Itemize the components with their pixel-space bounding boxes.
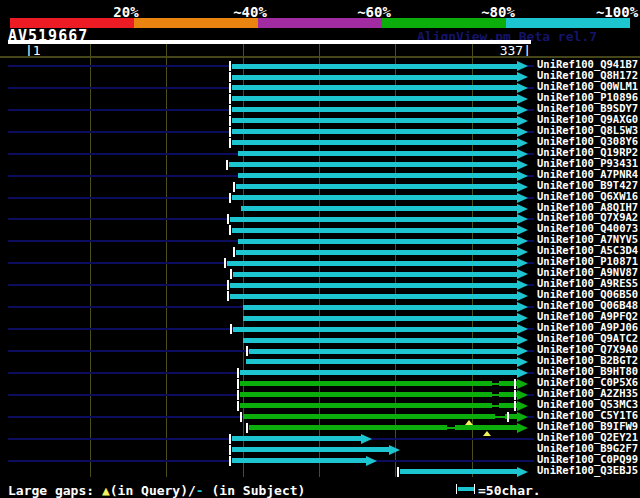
hit-alignment-bar: [240, 381, 492, 386]
hit-arrowhead-icon: [517, 138, 528, 148]
identity-scale-segment: [258, 18, 382, 28]
hit-arrowhead-icon: [517, 258, 528, 268]
hit-arrowhead-icon: [517, 193, 528, 203]
identity-scale-segment: [506, 18, 630, 28]
query-gap-triangle-icon: [465, 420, 473, 425]
alignment-start-tick: [229, 116, 231, 126]
hit-label[interactable]: UniRef100_A7PNR4: [537, 169, 638, 180]
hit-alignment-bar: [230, 294, 517, 299]
hit-arrowhead-icon: [366, 456, 377, 466]
hit-alignment-bar: [238, 239, 517, 244]
hit-arrowhead-icon: [517, 204, 528, 214]
alignment-start-tick: [237, 368, 239, 378]
subject-gap-thin-line: [447, 427, 455, 429]
hit-arrowhead-icon: [517, 171, 528, 181]
alignment-start-tick: [229, 61, 231, 71]
hit-arrowhead-icon: [517, 214, 528, 224]
hit-arrowhead-icon: [517, 467, 528, 477]
hit-arrowhead-icon: [517, 225, 528, 235]
hit-arrowhead-icon: [517, 423, 528, 433]
hit-alignment-bar: [230, 283, 517, 288]
alignment-start-tick: [246, 423, 248, 433]
alignment-start-tick: [227, 214, 229, 224]
hit-arrowhead-icon: [517, 291, 528, 301]
alignment-end-tick: [514, 401, 516, 411]
hit-label[interactable]: UniRef100_Q3EBJ5: [537, 465, 638, 476]
alignment-start-tick: [229, 105, 231, 115]
hit-alignment-bar: [246, 359, 518, 364]
subject-gap-thin-line: [495, 416, 506, 418]
hit-alignment-bar: [232, 436, 362, 441]
hit-alignment-bar: [233, 327, 517, 332]
alignview-screen: 20%~40%~60%~80%~100% AV519667 AlignView.…: [0, 0, 640, 498]
hit-alignment-bar: [249, 425, 448, 430]
hit-label[interactable]: UniRef100_Q6XW16: [537, 191, 638, 202]
alignment-start-tick: [246, 346, 248, 356]
hit-alignment-bar: [243, 338, 518, 343]
hit-alignment-bar: [233, 272, 517, 277]
hit-arrowhead-icon: [517, 247, 528, 257]
hit-arrowhead-icon: [517, 313, 528, 323]
query-gap-triangle-icon: [483, 431, 491, 436]
hit-label[interactable]: UniRef100_Q2EY21: [537, 432, 638, 443]
hit-arrowhead-icon: [517, 379, 528, 389]
subject-gap-thin-line: [492, 383, 500, 385]
hit-alignment-bar: [236, 250, 517, 255]
hit-alignment-bar: [232, 447, 389, 452]
alignment-start-tick: [226, 160, 228, 170]
identity-scale-segment: [134, 18, 258, 28]
hit-alignment-bar: [232, 458, 366, 463]
hit-alignment-bar: [232, 64, 517, 69]
hit-alignment-bar: [232, 96, 517, 101]
hit-alignment-bar: [455, 425, 517, 430]
alignment-start-tick: [240, 412, 242, 422]
hit-alignment-bar: [400, 469, 517, 474]
hit-alignment-bar: [240, 392, 492, 397]
large-gaps-legend: Large gaps: ▲(in Query)/- (in Subject): [8, 483, 305, 498]
alignment-end-tick: [514, 390, 516, 400]
hit-arrowhead-icon: [517, 127, 528, 137]
alignment-start-tick: [224, 258, 226, 268]
alignment-start-tick: [237, 401, 239, 411]
query-gap-triangle-icon: ▲: [102, 483, 110, 498]
hit-alignment-bar: [232, 228, 517, 233]
subject-gap-label: (in Subject): [204, 483, 306, 498]
hit-arrowhead-icon: [389, 445, 400, 455]
hit-arrowhead-icon: [517, 105, 528, 115]
subject-gap-dash-icon: -: [196, 483, 204, 498]
scale-legend-bar: [458, 487, 474, 491]
hit-label[interactable]: UniRef100_B9T427: [537, 180, 638, 191]
hit-alignment-bar: [230, 217, 517, 222]
alignment-start-tick: [229, 193, 231, 203]
subject-gap-thin-line: [492, 405, 500, 407]
hit-arrowhead-icon: [517, 302, 528, 312]
alignment-start-tick: [397, 467, 399, 477]
scale-legend-left-tick: [456, 484, 457, 494]
alignment-start-tick: [227, 280, 229, 290]
identity-scale-bar: [10, 18, 630, 28]
query-sequence-bar: [8, 40, 531, 44]
alignment-start-tick: [229, 456, 231, 466]
hit-arrowhead-icon: [517, 324, 528, 334]
identity-scale-segment: [382, 18, 506, 28]
hit-label[interactable]: UniRef100_P93431: [537, 158, 638, 169]
alignment-start-tick: [229, 127, 231, 137]
hit-alignment-bar: [227, 261, 517, 266]
alignment-start-tick: [237, 379, 239, 389]
hit-arrowhead-icon: [517, 160, 528, 170]
hit-alignment-bar: [232, 129, 517, 134]
hit-arrowhead-icon: [517, 335, 528, 345]
hit-alignment-bar: [232, 140, 517, 145]
alignment-start-tick: [229, 138, 231, 148]
alignment-start-tick: [229, 83, 231, 93]
hit-arrowhead-icon: [517, 401, 528, 411]
scale-legend-label: =50char.: [478, 483, 541, 498]
hit-label[interactable]: UniRef100_B9G2F7: [537, 443, 638, 454]
hit-arrowhead-icon: [517, 269, 528, 279]
hit-arrowhead-icon: [517, 61, 528, 71]
hit-arrowhead-icon: [517, 368, 528, 378]
hit-alignment-bar: [243, 316, 518, 321]
hit-label[interactable]: UniRef100_C0PQ99: [537, 454, 638, 465]
hit-arrowhead-icon: [517, 182, 528, 192]
hit-arrowhead-icon: [517, 83, 528, 93]
